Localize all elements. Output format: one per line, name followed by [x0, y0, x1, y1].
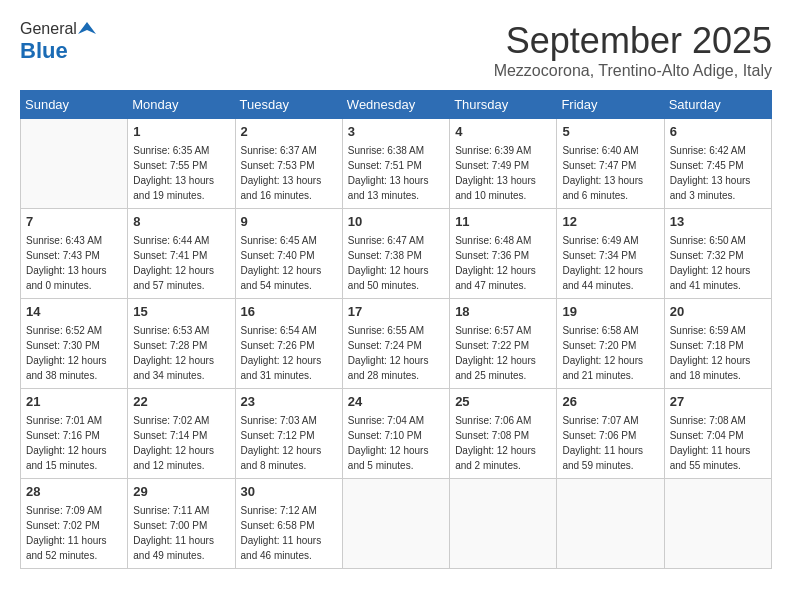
- day-number: 24: [348, 393, 444, 411]
- day-info: Sunrise: 7:01 AMSunset: 7:16 PMDaylight:…: [26, 413, 122, 473]
- logo-general-text: General: [20, 21, 77, 37]
- calendar-cell: 5Sunrise: 6:40 AMSunset: 7:47 PMDaylight…: [557, 119, 664, 209]
- calendar-cell: [557, 479, 664, 569]
- day-number: 7: [26, 213, 122, 231]
- day-number: 8: [133, 213, 229, 231]
- calendar-cell: 6Sunrise: 6:42 AMSunset: 7:45 PMDaylight…: [664, 119, 771, 209]
- day-number: 13: [670, 213, 766, 231]
- week-row-3: 21Sunrise: 7:01 AMSunset: 7:16 PMDayligh…: [21, 389, 772, 479]
- day-info: Sunrise: 7:12 AMSunset: 6:58 PMDaylight:…: [241, 503, 337, 563]
- day-number: 5: [562, 123, 658, 141]
- calendar-cell: 12Sunrise: 6:49 AMSunset: 7:34 PMDayligh…: [557, 209, 664, 299]
- calendar-cell: 24Sunrise: 7:04 AMSunset: 7:10 PMDayligh…: [342, 389, 449, 479]
- day-info: Sunrise: 6:45 AMSunset: 7:40 PMDaylight:…: [241, 233, 337, 293]
- calendar-cell: 13Sunrise: 6:50 AMSunset: 7:32 PMDayligh…: [664, 209, 771, 299]
- day-number: 14: [26, 303, 122, 321]
- calendar-cell: 7Sunrise: 6:43 AMSunset: 7:43 PMDaylight…: [21, 209, 128, 299]
- day-number: 9: [241, 213, 337, 231]
- day-number: 17: [348, 303, 444, 321]
- day-number: 1: [133, 123, 229, 141]
- day-info: Sunrise: 7:11 AMSunset: 7:00 PMDaylight:…: [133, 503, 229, 563]
- page-header: General Blue September 2025 Mezzocorona,…: [20, 20, 772, 80]
- calendar-cell: [21, 119, 128, 209]
- day-info: Sunrise: 6:47 AMSunset: 7:38 PMDaylight:…: [348, 233, 444, 293]
- calendar-cell: 11Sunrise: 6:48 AMSunset: 7:36 PMDayligh…: [450, 209, 557, 299]
- day-info: Sunrise: 7:03 AMSunset: 7:12 PMDaylight:…: [241, 413, 337, 473]
- calendar-cell: 8Sunrise: 6:44 AMSunset: 7:41 PMDaylight…: [128, 209, 235, 299]
- calendar-cell: 21Sunrise: 7:01 AMSunset: 7:16 PMDayligh…: [21, 389, 128, 479]
- calendar-cell: 20Sunrise: 6:59 AMSunset: 7:18 PMDayligh…: [664, 299, 771, 389]
- calendar-cell: 16Sunrise: 6:54 AMSunset: 7:26 PMDayligh…: [235, 299, 342, 389]
- calendar-header-row: SundayMondayTuesdayWednesdayThursdayFrid…: [21, 91, 772, 119]
- calendar-header-saturday: Saturday: [664, 91, 771, 119]
- month-title: September 2025: [494, 20, 772, 62]
- day-info: Sunrise: 7:04 AMSunset: 7:10 PMDaylight:…: [348, 413, 444, 473]
- day-number: 28: [26, 483, 122, 501]
- calendar-header-thursday: Thursday: [450, 91, 557, 119]
- calendar-cell: 17Sunrise: 6:55 AMSunset: 7:24 PMDayligh…: [342, 299, 449, 389]
- day-info: Sunrise: 6:49 AMSunset: 7:34 PMDaylight:…: [562, 233, 658, 293]
- week-row-0: 1Sunrise: 6:35 AMSunset: 7:55 PMDaylight…: [21, 119, 772, 209]
- day-number: 12: [562, 213, 658, 231]
- day-info: Sunrise: 6:38 AMSunset: 7:51 PMDaylight:…: [348, 143, 444, 203]
- day-info: Sunrise: 7:02 AMSunset: 7:14 PMDaylight:…: [133, 413, 229, 473]
- calendar-cell: 14Sunrise: 6:52 AMSunset: 7:30 PMDayligh…: [21, 299, 128, 389]
- calendar-cell: 9Sunrise: 6:45 AMSunset: 7:40 PMDaylight…: [235, 209, 342, 299]
- day-number: 20: [670, 303, 766, 321]
- day-info: Sunrise: 6:50 AMSunset: 7:32 PMDaylight:…: [670, 233, 766, 293]
- calendar-header-monday: Monday: [128, 91, 235, 119]
- logo-blue-text: Blue: [20, 38, 68, 64]
- day-number: 6: [670, 123, 766, 141]
- day-info: Sunrise: 6:44 AMSunset: 7:41 PMDaylight:…: [133, 233, 229, 293]
- day-number: 22: [133, 393, 229, 411]
- day-number: 4: [455, 123, 551, 141]
- day-info: Sunrise: 7:06 AMSunset: 7:08 PMDaylight:…: [455, 413, 551, 473]
- calendar-cell: 25Sunrise: 7:06 AMSunset: 7:08 PMDayligh…: [450, 389, 557, 479]
- calendar-cell: 3Sunrise: 6:38 AMSunset: 7:51 PMDaylight…: [342, 119, 449, 209]
- day-number: 19: [562, 303, 658, 321]
- day-number: 18: [455, 303, 551, 321]
- day-info: Sunrise: 7:09 AMSunset: 7:02 PMDaylight:…: [26, 503, 122, 563]
- week-row-4: 28Sunrise: 7:09 AMSunset: 7:02 PMDayligh…: [21, 479, 772, 569]
- day-info: Sunrise: 6:37 AMSunset: 7:53 PMDaylight:…: [241, 143, 337, 203]
- day-info: Sunrise: 6:48 AMSunset: 7:36 PMDaylight:…: [455, 233, 551, 293]
- day-info: Sunrise: 6:57 AMSunset: 7:22 PMDaylight:…: [455, 323, 551, 383]
- calendar-cell: 19Sunrise: 6:58 AMSunset: 7:20 PMDayligh…: [557, 299, 664, 389]
- svg-marker-0: [78, 22, 96, 34]
- day-info: Sunrise: 6:40 AMSunset: 7:47 PMDaylight:…: [562, 143, 658, 203]
- logo: General Blue: [20, 20, 97, 64]
- day-info: Sunrise: 6:52 AMSunset: 7:30 PMDaylight:…: [26, 323, 122, 383]
- calendar-cell: 2Sunrise: 6:37 AMSunset: 7:53 PMDaylight…: [235, 119, 342, 209]
- week-row-1: 7Sunrise: 6:43 AMSunset: 7:43 PMDaylight…: [21, 209, 772, 299]
- week-row-2: 14Sunrise: 6:52 AMSunset: 7:30 PMDayligh…: [21, 299, 772, 389]
- day-info: Sunrise: 6:54 AMSunset: 7:26 PMDaylight:…: [241, 323, 337, 383]
- calendar-table: SundayMondayTuesdayWednesdayThursdayFrid…: [20, 90, 772, 569]
- day-info: Sunrise: 6:59 AMSunset: 7:18 PMDaylight:…: [670, 323, 766, 383]
- day-number: 21: [26, 393, 122, 411]
- calendar-cell: 30Sunrise: 7:12 AMSunset: 6:58 PMDayligh…: [235, 479, 342, 569]
- day-number: 10: [348, 213, 444, 231]
- calendar-cell: 28Sunrise: 7:09 AMSunset: 7:02 PMDayligh…: [21, 479, 128, 569]
- day-number: 3: [348, 123, 444, 141]
- calendar-cell: [450, 479, 557, 569]
- day-info: Sunrise: 6:35 AMSunset: 7:55 PMDaylight:…: [133, 143, 229, 203]
- day-number: 26: [562, 393, 658, 411]
- calendar-cell: 23Sunrise: 7:03 AMSunset: 7:12 PMDayligh…: [235, 389, 342, 479]
- title-block: September 2025 Mezzocorona, Trentino-Alt…: [494, 20, 772, 80]
- calendar-header-tuesday: Tuesday: [235, 91, 342, 119]
- calendar-header-wednesday: Wednesday: [342, 91, 449, 119]
- calendar-cell: 22Sunrise: 7:02 AMSunset: 7:14 PMDayligh…: [128, 389, 235, 479]
- calendar-header-friday: Friday: [557, 91, 664, 119]
- day-info: Sunrise: 6:39 AMSunset: 7:49 PMDaylight:…: [455, 143, 551, 203]
- day-number: 11: [455, 213, 551, 231]
- day-number: 27: [670, 393, 766, 411]
- calendar-cell: [342, 479, 449, 569]
- calendar-cell: 27Sunrise: 7:08 AMSunset: 7:04 PMDayligh…: [664, 389, 771, 479]
- calendar-header-sunday: Sunday: [21, 91, 128, 119]
- calendar-cell: 10Sunrise: 6:47 AMSunset: 7:38 PMDayligh…: [342, 209, 449, 299]
- calendar-cell: 15Sunrise: 6:53 AMSunset: 7:28 PMDayligh…: [128, 299, 235, 389]
- day-number: 2: [241, 123, 337, 141]
- calendar-cell: 1Sunrise: 6:35 AMSunset: 7:55 PMDaylight…: [128, 119, 235, 209]
- calendar-cell: 29Sunrise: 7:11 AMSunset: 7:00 PMDayligh…: [128, 479, 235, 569]
- day-number: 15: [133, 303, 229, 321]
